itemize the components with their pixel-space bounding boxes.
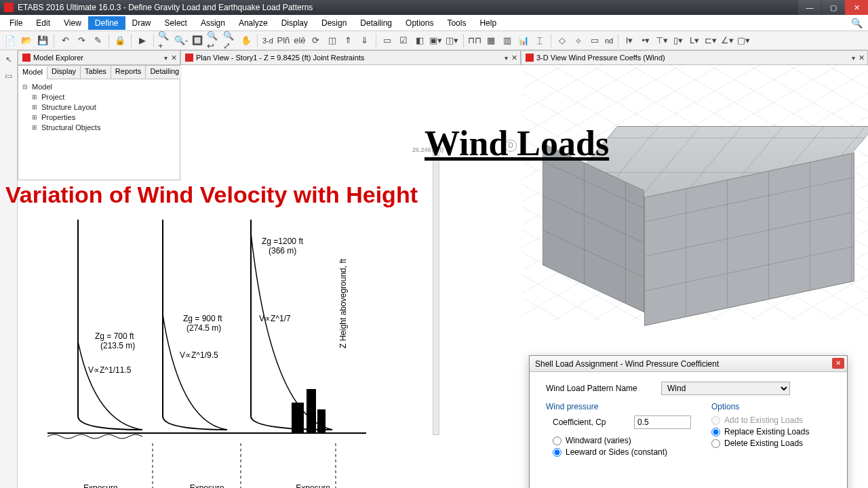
radio-leeward[interactable]: Leeward or Sides (constant) <box>553 447 691 457</box>
redo-icon[interactable]: ↷ <box>74 33 89 48</box>
group-options: Options <box>711 402 831 411</box>
close-icon[interactable]: ✕ <box>171 54 177 62</box>
rotate-icon[interactable]: ⟳ <box>309 33 323 48</box>
menu-help[interactable]: Help <box>473 16 503 30</box>
pointer-icon[interactable]: ↖ <box>2 53 16 66</box>
menu-detailing[interactable]: Detailing <box>353 16 399 30</box>
panel-tab-3d-view[interactable]: 3-D View Wind Pressure Coeffs (Wind) ▾ ✕ <box>521 50 868 65</box>
menu-select[interactable]: Select <box>158 16 194 30</box>
new-icon[interactable]: 📄 <box>3 33 18 48</box>
panel-tab-plan-view[interactable]: Plan View - Story1 - Z = 9.8425 (ft) Joi… <box>180 50 521 65</box>
mex-tab-model[interactable]: Model <box>18 66 47 79</box>
tee-icon[interactable]: ⊤▾ <box>654 33 669 48</box>
arrow-down-icon[interactable]: ⇓ <box>357 33 372 48</box>
dot-icon[interactable]: •▾ <box>638 33 653 48</box>
menu-file[interactable]: File <box>3 16 29 30</box>
measure-icon[interactable]: ⊓⊓ <box>467 33 482 48</box>
exposure-c-name: Exposure C <box>158 483 256 488</box>
snap1-icon[interactable]: ◇ <box>555 33 570 48</box>
pencil-icon[interactable]: ✎ <box>90 33 105 48</box>
undo-icon[interactable]: ↶ <box>58 33 73 48</box>
shape1-icon[interactable]: ◧ <box>412 33 427 48</box>
menu-define[interactable]: Define <box>88 16 125 30</box>
select-icon[interactable]: ▭ <box>2 69 16 83</box>
zoom-window-icon[interactable]: 🔲 <box>190 33 205 48</box>
panel-tab-label: Model Explorer <box>33 54 83 62</box>
model-explorer-panel: Model Display Tables Reports Detailing M… <box>18 65 180 180</box>
window-minimize-button[interactable]: — <box>798 0 821 15</box>
check-icon[interactable]: ☑ <box>396 33 411 48</box>
mex-tab-tables[interactable]: Tables <box>81 66 111 79</box>
run-icon[interactable]: ▶ <box>135 33 150 48</box>
tree-item-properties[interactable]: Properties <box>32 113 176 123</box>
section-icon[interactable]: ⌶ <box>532 33 547 48</box>
close-icon[interactable]: ✕ <box>511 54 517 62</box>
shape3-icon[interactable]: ◫▾ <box>445 33 460 48</box>
menu-tools[interactable]: Tools <box>440 16 473 30</box>
pin-icon[interactable]: ▾ <box>852 54 855 62</box>
menu-edit[interactable]: Edit <box>29 16 57 30</box>
Ibeam-icon[interactable]: I▾ <box>622 33 637 48</box>
l-icon[interactable]: L▾ <box>687 33 702 48</box>
tree-root[interactable]: Model <box>22 82 176 92</box>
close-icon[interactable]: ✕ <box>859 54 865 62</box>
zoom-full-icon[interactable]: 🔍⤢ <box>222 33 237 48</box>
angle-icon[interactable]: ∠▾ <box>719 33 734 48</box>
plan-icon[interactable]: Plñ <box>276 33 291 48</box>
radio-replace-existing[interactable]: Replace Existing Loads <box>711 427 831 436</box>
snap2-icon[interactable]: ⟐ <box>571 33 586 48</box>
window-maximize-button[interactable]: ▢ <box>822 0 845 15</box>
perspective-icon[interactable]: ◫ <box>325 33 340 48</box>
svg-text:(366 m): (366 m) <box>269 246 296 256</box>
lock-icon[interactable]: 🔒 <box>113 33 127 48</box>
menu-view[interactable]: View <box>57 16 88 30</box>
object-icon[interactable]: ▭ <box>380 33 395 48</box>
chart-icon[interactable]: 📊 <box>516 33 531 48</box>
svg-text:V∝Z^1/11.5: V∝Z^1/11.5 <box>88 365 132 375</box>
menu-analyze[interactable]: Analyze <box>232 16 275 30</box>
3d-view-canvas[interactable] <box>522 65 868 320</box>
svg-text:(274.5 m): (274.5 m) <box>186 323 221 333</box>
svg-text:(213.5 m): (213.5 m) <box>100 341 135 350</box>
prop-icon[interactable]: ▥ <box>500 33 515 48</box>
menu-display[interactable]: Display <box>275 16 315 30</box>
mex-tab-detailing[interactable]: Detailing <box>146 66 184 79</box>
mex-tab-display[interactable]: Display <box>47 66 81 79</box>
pin-icon[interactable]: ▾ <box>164 54 167 62</box>
pin-icon[interactable]: ▾ <box>505 54 508 62</box>
grid-icon[interactable]: ▦ <box>484 33 498 48</box>
units-nd[interactable]: nd <box>604 37 614 45</box>
box-icon[interactable]: ▢▾ <box>736 33 751 48</box>
mex-tab-reports[interactable]: Reports <box>111 66 146 79</box>
window-close-button[interactable]: ✕ <box>845 0 868 15</box>
shape2-icon[interactable]: ▣▾ <box>429 33 443 48</box>
rect-icon[interactable]: ▯▾ <box>671 33 686 48</box>
menu-assign[interactable]: Assign <box>194 16 232 30</box>
panel-tab-model-explorer[interactable]: Model Explorer ▾ ✕ <box>18 50 180 65</box>
pattern-name-select[interactable]: Wind <box>661 382 790 395</box>
zoom-in-icon[interactable]: 🔍+ <box>157 33 172 48</box>
tree-item-structure-layout[interactable]: Structure Layout <box>32 102 176 113</box>
c-icon[interactable]: ⊏▾ <box>703 33 718 48</box>
save-icon[interactable]: 💾 <box>35 33 50 48</box>
zoom-out-icon[interactable]: 🔍- <box>174 33 189 48</box>
panel-tab-label: 3-D View Wind Pressure Coeffs (Wind) <box>536 54 665 62</box>
snap3-icon[interactable]: ▭ <box>587 33 602 48</box>
tree-item-project[interactable]: Project <box>32 92 176 102</box>
radio-delete-existing[interactable]: Delete Existing Loads <box>711 439 831 448</box>
view-3d-button[interactable]: 3-d <box>261 37 275 45</box>
coefficient-input[interactable] <box>634 415 691 429</box>
menu-design[interactable]: Design <box>315 16 353 30</box>
pan-icon[interactable]: ✋ <box>239 33 254 48</box>
menu-options[interactable]: Options <box>399 16 440 30</box>
tree-item-structural-objects[interactable]: Structural Objects <box>32 123 176 133</box>
zoom-prev-icon[interactable]: 🔍↩ <box>206 33 221 48</box>
dialog-close-button[interactable]: ✕ <box>832 358 844 369</box>
dialog-titlebar[interactable]: Shell Load Assignment - Wind Pressure Co… <box>530 356 847 372</box>
elev-icon[interactable]: elē <box>292 33 307 48</box>
radio-windward[interactable]: Windward (varies) <box>553 436 691 445</box>
menu-draw[interactable]: Draw <box>125 16 158 30</box>
search-icon[interactable]: 🔍 <box>851 18 863 28</box>
open-icon[interactable]: 📂 <box>19 33 34 48</box>
arrow-up-icon[interactable]: ⇑ <box>341 33 356 48</box>
